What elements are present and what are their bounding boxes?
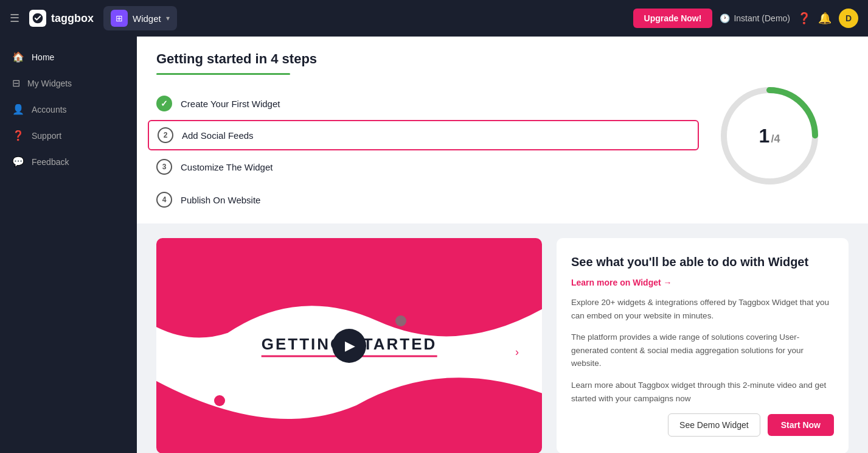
step-3-circle: 3: [156, 159, 172, 175]
info-desc-1: Explore 20+ widgets & integrations offer…: [571, 296, 834, 322]
step-2-label: Add Social Feeds: [182, 130, 254, 141]
step-3-label: Customize The Widget: [181, 162, 273, 172]
sidebar-widgets-label: My Widgets: [27, 79, 72, 88]
info-title: See what you'll be able to do with Widge…: [571, 255, 834, 269]
video-bg: › ‹‹: [156, 238, 542, 453]
sidebar-home-label: Home: [32, 52, 54, 62]
steps-underline: [156, 73, 290, 75]
info-panel: See what you'll be able to do with Widge…: [557, 238, 849, 453]
info-desc-3: Learn more about Taggbox widget through …: [571, 379, 834, 405]
steps-title: Getting started in 4 steps: [156, 51, 849, 67]
steps-container: ✓ Create Your First Widget 2 Add Social …: [156, 87, 849, 216]
logo-text: taggbox: [51, 12, 94, 25]
step-4-label: Publish On Website: [181, 195, 260, 205]
sidebar-accounts-label: Accounts: [32, 105, 67, 114]
widgets-icon: ⊟: [12, 77, 20, 89]
step-2-circle: 2: [158, 127, 173, 143]
sidebar-item-my-widgets[interactable]: ⊟ My Widgets: [0, 70, 137, 96]
red-blob-bottom: [156, 357, 542, 453]
topnav: ☰ taggbox ⊞ Widget ▾ Upgrade Now! 🕐 Inst…: [0, 0, 868, 37]
hamburger-icon[interactable]: ☰: [10, 12, 19, 25]
support-icon: ❓: [12, 130, 24, 141]
sidebar-item-support[interactable]: ❓ Support: [0, 122, 137, 149]
step-2[interactable]: 2 Add Social Feeds: [148, 120, 699, 150]
feedback-icon: 💬: [12, 156, 24, 167]
step-3[interactable]: 3 Customize The Widget: [156, 150, 690, 183]
sidebar-feedback-label: Feedback: [32, 157, 69, 167]
sidebar-support-label: Support: [32, 131, 61, 141]
upgrade-button[interactable]: Upgrade Now!: [633, 9, 713, 28]
step-4[interactable]: 4 Publish On Website: [156, 183, 690, 216]
info-buttons: See Demo Widget Start Now: [571, 413, 834, 437]
main-content: Getting started in 4 steps ✓ Create Your…: [137, 37, 868, 453]
step-4-circle: 4: [156, 192, 172, 208]
widget-label: Widget: [133, 13, 161, 24]
home-icon: 🏠: [12, 51, 24, 63]
widget-selector[interactable]: ⊞ Widget ▾: [103, 6, 177, 30]
sidebar: 🏠 Home ⊟ My Widgets 👤 Accounts ❓ Support…: [0, 37, 137, 453]
steps-list: ✓ Create Your First Widget 2 Add Social …: [156, 87, 690, 216]
instant-demo-button[interactable]: 🕐 Instant (Demo): [720, 13, 790, 23]
chevron-down-icon: ▾: [166, 14, 170, 23]
play-button[interactable]: ▶: [332, 329, 366, 363]
step-1[interactable]: ✓ Create Your First Widget: [156, 87, 690, 120]
step-1-label: Create Your First Widget: [181, 99, 280, 109]
logo-icon: [29, 10, 46, 27]
clock-icon: 🕐: [720, 13, 730, 23]
play-icon: ▶: [345, 338, 355, 354]
video-panel: › ‹‹: [156, 238, 542, 453]
main-layout: 🏠 Home ⊟ My Widgets 👤 Accounts ❓ Support…: [0, 37, 868, 453]
steps-section: Getting started in 4 steps ✓ Create Your…: [137, 37, 868, 216]
sidebar-item-home[interactable]: 🏠 Home: [0, 44, 137, 70]
avatar[interactable]: D: [839, 9, 858, 28]
sidebar-item-accounts[interactable]: 👤 Accounts: [0, 96, 137, 122]
info-desc-2: The platform provides a wide range of so…: [571, 331, 834, 370]
sidebar-item-feedback[interactable]: 💬 Feedback: [0, 149, 137, 175]
widget-icon: ⊞: [111, 10, 128, 27]
accounts-icon: 👤: [12, 104, 24, 115]
progress-svg: [715, 81, 824, 191]
info-link[interactable]: Learn more on Widget →: [571, 278, 834, 287]
lower-section: › ‹‹: [137, 223, 868, 453]
start-now-button[interactable]: Start Now: [768, 414, 834, 436]
logo: taggbox: [29, 10, 94, 27]
step-1-circle: ✓: [156, 96, 172, 111]
help-icon[interactable]: ❓: [797, 12, 811, 25]
notification-icon[interactable]: 🔔: [818, 12, 832, 25]
progress-circle: 1 /4: [715, 81, 824, 191]
see-demo-button[interactable]: See Demo Widget: [668, 413, 760, 437]
